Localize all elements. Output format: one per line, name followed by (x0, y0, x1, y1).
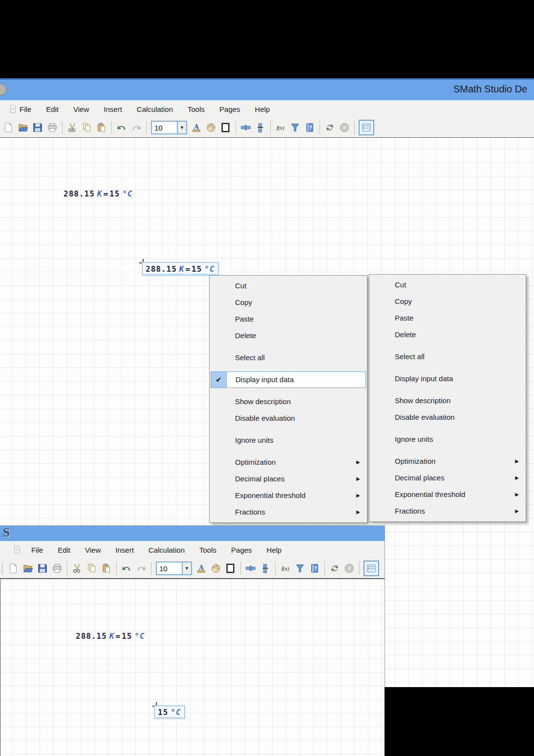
menu-item-cut[interactable]: Cut (211, 278, 366, 294)
palette-icon[interactable] (210, 562, 222, 575)
menu-view[interactable]: View (85, 546, 101, 554)
fontcolor-icon[interactable]: A (190, 121, 203, 134)
toolbar-grip[interactable] (1, 562, 3, 574)
undo-icon[interactable] (115, 121, 128, 134)
menu-insert[interactable]: Insert (115, 546, 134, 554)
redo-icon[interactable] (130, 121, 143, 134)
fx-icon[interactable]: f(x) (274, 121, 287, 134)
menu-item-copy[interactable]: Copy (211, 294, 366, 311)
menu-item-show-description[interactable]: Show description (370, 392, 525, 409)
open-icon[interactable] (17, 121, 29, 134)
save-icon[interactable] (31, 121, 44, 134)
font-size-combobox[interactable]: 10▼ (151, 121, 187, 134)
menu-item-disable-evaluation[interactable]: Disable evaluation (211, 410, 366, 427)
menu-pages[interactable]: Pages (231, 546, 252, 554)
menu-help[interactable]: Help (255, 105, 270, 113)
menu-item-label: Cut (235, 281, 246, 290)
menu-insert[interactable]: Insert (104, 105, 122, 113)
funnel-icon[interactable] (294, 562, 306, 575)
print-icon[interactable] (51, 562, 64, 575)
fraction-icon[interactable] (254, 121, 267, 134)
svg-text:f(x): f(x) (281, 565, 289, 572)
menu-item-copy[interactable]: Copy (370, 293, 525, 310)
new-icon[interactable] (2, 121, 15, 134)
menu-item-show-description[interactable]: Show description (211, 393, 366, 410)
expression-288-15K-window2[interactable]: 288.15K=15°C (76, 631, 145, 641)
palette-icon[interactable] (205, 121, 217, 134)
new-icon[interactable] (7, 562, 20, 575)
menu-item-fractions[interactable]: Fractions▶ (211, 504, 366, 520)
fx-icon[interactable]: f(x) (279, 562, 292, 575)
menu-item-disable-evaluation[interactable]: Disable evaluation (370, 409, 525, 426)
menu-item-fractions[interactable]: Fractions▶ (370, 503, 525, 519)
menu-item-paste[interactable]: Paste (370, 310, 525, 326)
toolbar-separator (240, 562, 241, 575)
stop-icon[interactable] (338, 121, 351, 134)
menu-item-optimization[interactable]: Optimization▶ (370, 453, 525, 470)
font-size-input[interactable]: 10 (151, 121, 177, 134)
menu-item-cut[interactable]: Cut (370, 277, 525, 293)
menu-item-select-all[interactable]: Select all (211, 349, 366, 366)
window2-worksheet-canvas[interactable] (0, 579, 384, 756)
funnel-icon[interactable] (289, 121, 301, 134)
menu-pages[interactable]: Pages (219, 105, 240, 113)
menu-item-delete[interactable]: Delete (211, 327, 366, 344)
cut-icon[interactable] (71, 562, 84, 575)
menu-item-decimal-places[interactable]: Decimal places▶ (211, 471, 366, 487)
menu-calculation[interactable]: Calculation (137, 105, 173, 113)
border-icon[interactable] (219, 121, 232, 134)
selected-expression-288-15K[interactable]: 288.15K=15°C (142, 262, 218, 275)
menu-item-display-input-data[interactable]: ✔Display input data (211, 371, 366, 388)
menu-edit[interactable]: Edit (58, 546, 70, 554)
font-size-dropdown-arrow-icon[interactable]: ▼ (182, 562, 192, 575)
print-icon[interactable] (46, 121, 59, 134)
units-icon[interactable] (239, 121, 252, 134)
menu-help[interactable]: Help (267, 546, 282, 554)
menu-item-optimization[interactable]: Optimization▶ (211, 454, 366, 471)
panel-icon[interactable] (359, 120, 374, 135)
save-icon[interactable] (36, 562, 49, 575)
menu-item-paste[interactable]: Paste (211, 311, 366, 327)
menu-item-exponential-threshold[interactable]: Exponential threshold▶ (211, 487, 366, 504)
copy-icon[interactable] (85, 562, 98, 575)
menu-tools[interactable]: Tools (199, 546, 216, 554)
helpbook-icon[interactable]: ? (303, 121, 316, 134)
menu-item-ignore-units[interactable]: Ignore units (370, 431, 525, 448)
font-size-combobox[interactable]: 10▼ (156, 562, 192, 575)
helpbook-icon[interactable]: ? (308, 562, 321, 575)
menu-tools[interactable]: Tools (188, 105, 205, 113)
window2-titlebar[interactable]: S (0, 525, 384, 541)
menu-item-ignore-units[interactable]: Ignore units (211, 432, 366, 449)
menu-view[interactable]: View (73, 105, 89, 113)
expression-288-15K[interactable]: 288.15K=15°C (64, 189, 133, 198)
window1-titlebar[interactable]: SMath Studio De (0, 78, 534, 100)
menu-item-decimal-places[interactable]: Decimal places▶ (370, 470, 525, 486)
refresh-icon[interactable] (323, 121, 336, 134)
border-icon[interactable] (224, 562, 237, 575)
fraction-icon[interactable] (259, 562, 272, 575)
menu-calculation[interactable]: Calculation (149, 546, 185, 554)
refresh-icon[interactable] (328, 562, 341, 575)
open-icon[interactable] (21, 562, 34, 575)
selected-expression-15C[interactable]: 15°C (154, 706, 185, 718)
menu-edit[interactable]: Edit (46, 105, 59, 113)
stop-icon[interactable] (343, 562, 356, 575)
fontcolor-icon[interactable]: A (195, 562, 208, 575)
menu-file[interactable]: File (31, 546, 43, 554)
redo-icon[interactable] (135, 562, 148, 575)
undo-icon[interactable] (120, 562, 133, 575)
units-icon[interactable] (244, 562, 257, 575)
menu-item-display-input-data[interactable]: Display input data (370, 370, 525, 387)
submenu-arrow-icon: ▶ (356, 454, 360, 471)
menu-item-exponential-threshold[interactable]: Exponential threshold▶ (370, 486, 525, 503)
paste-icon[interactable] (100, 562, 113, 575)
cut-icon[interactable] (66, 121, 79, 134)
copy-icon[interactable] (81, 121, 93, 134)
font-size-dropdown-arrow-icon[interactable]: ▼ (177, 121, 187, 134)
menu-item-delete[interactable]: Delete (370, 326, 525, 343)
paste-icon[interactable] (95, 121, 108, 134)
font-size-input[interactable]: 10 (156, 562, 182, 575)
menu-item-select-all[interactable]: Select all (370, 348, 525, 365)
panel-icon[interactable] (363, 561, 379, 576)
menu-file[interactable]: File (20, 105, 31, 113)
